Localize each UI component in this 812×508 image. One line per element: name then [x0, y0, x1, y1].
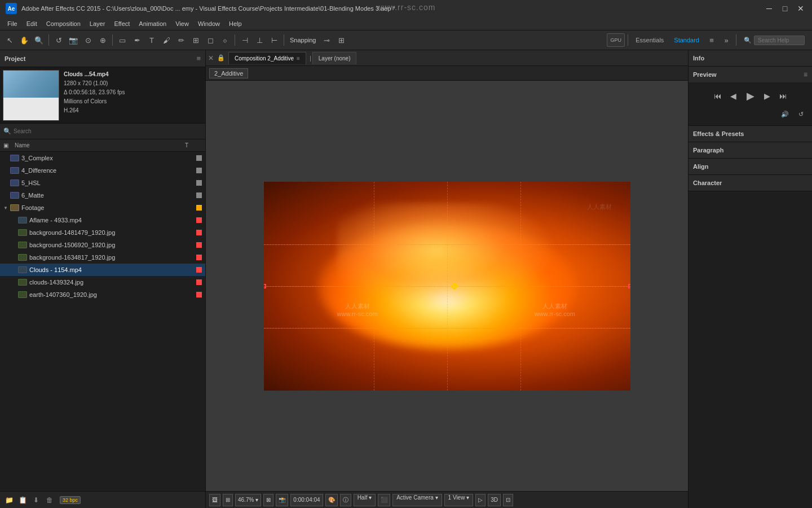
hand-tool[interactable]: ✋	[17, 33, 31, 47]
gpu-btn[interactable]: GPU	[607, 33, 625, 47]
preview-file-info: Clouds ...54.mp4 1280 x 720 (1.00) Δ 0:0…	[64, 70, 202, 120]
preview-menu-icon[interactable]: ≡	[804, 71, 807, 78]
comp-tab-additive[interactable]: Composition 2_Additive ≡	[228, 52, 306, 64]
menu-animation[interactable]: Animation	[134, 17, 171, 30]
corner-handle-tr[interactable]	[627, 182, 630, 185]
workspace-options-btn[interactable]: »	[720, 33, 733, 47]
viewer-3d-btn[interactable]: 3D	[488, 494, 501, 506]
viewer-camera-dropdown[interactable]: Active Camera ▾	[392, 494, 442, 506]
corner-handle-tl[interactable]	[264, 182, 267, 185]
anchor-point[interactable]	[451, 283, 458, 290]
pan-tool[interactable]: ⊕	[96, 33, 109, 47]
menu-layer[interactable]: Layer	[85, 17, 110, 30]
viewer-views-dropdown[interactable]: 1 View ▾	[444, 494, 474, 506]
align-left[interactable]: ⊣	[238, 33, 251, 47]
maximize-button[interactable]: □	[779, 3, 791, 14]
minimize-button[interactable]: ─	[764, 3, 775, 14]
rect-tool[interactable]: ▭	[116, 33, 129, 47]
project-item-11[interactable]: earth-1407360_1920.jpg	[0, 288, 205, 301]
preview-loop-btn[interactable]: ↺	[794, 107, 807, 121]
item-color-7	[196, 242, 202, 248]
prev-frame-btn[interactable]: ◀	[727, 89, 740, 103]
project-item-10[interactable]: clouds-1439324.jpg	[0, 276, 205, 288]
viewer-comp-name[interactable]: 2_Additive	[209, 68, 248, 78]
play-btn[interactable]: ▶	[743, 88, 758, 104]
menu-edit[interactable]: Edit	[22, 17, 42, 30]
close-button[interactable]: ✕	[795, 3, 806, 14]
viewer-color-space-btn[interactable]: ⬛	[378, 494, 390, 506]
info-section-header[interactable]: Info	[689, 50, 812, 66]
character-header[interactable]: Character	[689, 175, 812, 191]
menu-file[interactable]: File	[3, 17, 22, 30]
text-tool[interactable]: T	[145, 33, 158, 47]
pen-tool[interactable]: ✒	[130, 33, 144, 47]
viewer-render-btn[interactable]: ▷	[475, 494, 486, 506]
align-header[interactable]: Align	[689, 159, 812, 174]
snapping-toggle[interactable]: ⊸	[320, 33, 334, 47]
project-item-9[interactable]: Clouds - 1154.mp4	[0, 264, 205, 276]
project-item-8[interactable]: background-1634817_1920.jpg	[0, 251, 205, 264]
align-right[interactable]: ⊢	[267, 33, 281, 47]
new-comp-btn[interactable]: 📋	[17, 494, 28, 506]
eraser-tool[interactable]: ◻	[204, 33, 217, 47]
viewer-grid-btn[interactable]: ⊞	[223, 494, 233, 506]
viewer-region-btn[interactable]: 🖼	[209, 494, 220, 506]
viewer-color-btn[interactable]: 🎨	[325, 494, 338, 506]
clone-tool[interactable]: ⊞	[189, 33, 202, 47]
search-help-input[interactable]	[754, 36, 805, 45]
rotate-tool[interactable]: ↺	[52, 33, 65, 47]
project-panel-menu-icon[interactable]: ≡	[196, 54, 201, 63]
viewer-zoom-control[interactable]: 46.7% ▾	[235, 494, 261, 506]
comp-tab-additive-menu[interactable]: ≡	[297, 55, 300, 62]
project-search-input[interactable]	[14, 128, 202, 134]
brush-tool[interactable]: ✏	[174, 33, 188, 47]
orbit-tool[interactable]: ⊙	[81, 33, 95, 47]
effects-presets-header[interactable]: Effects & Presets	[689, 126, 812, 142]
delete-btn[interactable]: 🗑	[44, 494, 55, 506]
project-item-1[interactable]: 4_Difference	[0, 164, 205, 177]
workspace-menu-btn[interactable]: ≡	[705, 33, 718, 47]
menu-composition[interactable]: Composition	[42, 17, 85, 30]
project-item-4[interactable]: ▼Footage	[0, 202, 205, 214]
menu-window[interactable]: Window	[193, 17, 224, 30]
grid-btn[interactable]: ⊞	[335, 33, 348, 47]
project-item-2[interactable]: 5_HSL	[0, 177, 205, 189]
standard-button[interactable]: Standard	[669, 36, 704, 45]
last-frame-btn[interactable]: ⏭	[776, 89, 790, 103]
project-item-6[interactable]: background-1481479_1920.jpg	[0, 226, 205, 239]
item-name-2: 5_HSL	[21, 179, 196, 186]
new-folder-btn[interactable]: 📁	[3, 494, 15, 506]
next-frame-btn[interactable]: ▶	[761, 89, 774, 103]
corner-handle-bl[interactable]	[264, 387, 267, 391]
viewer-snapshot-btn[interactable]: 📸	[276, 494, 288, 506]
puppet-tool[interactable]: ⟐	[218, 33, 232, 47]
select-tool[interactable]: ↖	[3, 33, 16, 47]
menu-effect[interactable]: Effect	[109, 17, 134, 30]
preview-audio-btn[interactable]: 🔊	[778, 107, 792, 121]
menu-view[interactable]: View	[171, 17, 193, 30]
paragraph-header[interactable]: Paragraph	[689, 142, 812, 158]
zoom-tool[interactable]: 🔍	[32, 33, 46, 47]
paint-tool[interactable]: 🖌	[160, 33, 173, 47]
viewer-quality-dropdown[interactable]: Half ▾	[354, 494, 376, 506]
project-item-0[interactable]: 3_Complex	[0, 152, 205, 164]
viewer-info-btn[interactable]: ⓘ	[340, 494, 351, 506]
viewer-resize-btn[interactable]: ⊠	[263, 494, 273, 506]
first-frame-btn[interactable]: ⏮	[711, 89, 725, 103]
project-item-7[interactable]: background-1506920_1920.jpg	[0, 239, 205, 251]
corner-handle-br[interactable]	[627, 387, 630, 391]
viewer-timecode[interactable]: 0:00:04:04	[290, 494, 323, 506]
viewer-options-btn[interactable]: ⊡	[503, 494, 513, 506]
import-btn[interactable]: ⬇	[30, 494, 42, 506]
menu-help[interactable]: Help	[224, 17, 246, 30]
camera-tool[interactable]: 📷	[67, 33, 80, 47]
mid-handle-right[interactable]	[628, 284, 630, 288]
close-comp-tab[interactable]: ✕	[208, 54, 214, 62]
preview-section-header[interactable]: Preview ≡	[689, 67, 812, 82]
essentials-button[interactable]: Essentials	[631, 36, 668, 45]
comp-tab-layer[interactable]: Layer (none)	[312, 52, 357, 64]
align-center[interactable]: ⊥	[253, 33, 266, 47]
project-item-3[interactable]: 6_Matte	[0, 189, 205, 202]
project-item-5[interactable]: Aflame - 4933.mp4	[0, 214, 205, 226]
mid-handle-left[interactable]	[264, 284, 266, 288]
